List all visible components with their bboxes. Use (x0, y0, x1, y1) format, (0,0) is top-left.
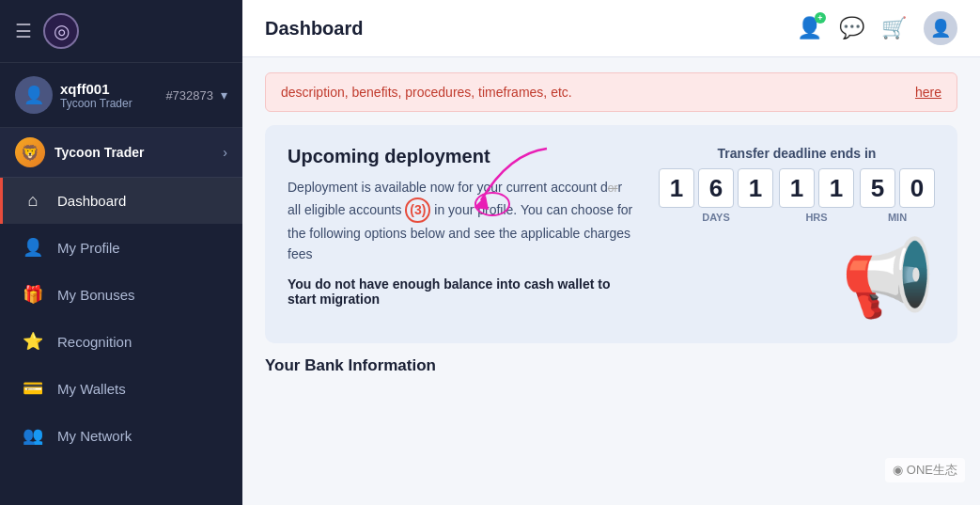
topbar: Dashboard 👤 + 💬 🛒 👤 (242, 0, 980, 57)
tycoon-banner[interactable]: 🦁 Tycoon Trader › (0, 128, 242, 178)
sidebar-item-my-bonuses[interactable]: 🎁 My Bonuses (0, 271, 242, 318)
shopping-cart-icon: 🛒 (881, 16, 907, 39)
deployment-card: Upcoming deployment Deployment is availa… (265, 125, 957, 343)
recognition-icon: ⭐ (22, 331, 44, 352)
network-icon: 👥 (22, 425, 44, 446)
countdown-day-3: 1 (738, 168, 773, 208)
content-area: description, benefits, procedures, timef… (242, 57, 980, 505)
hrs-label: HRS (805, 212, 827, 223)
deployment-left: Upcoming deployment Deployment is availa… (288, 146, 636, 307)
page-title: Dashboard (265, 18, 786, 39)
user-avatar: 👤 (15, 76, 53, 114)
profile-icon: 👤 (22, 237, 44, 258)
nav-label-my-profile: My Profile (57, 240, 120, 256)
countdown-day-2: 6 (698, 168, 734, 208)
desc-part1: Deployment is available now for your cur… (288, 180, 608, 195)
sidebar: ☰ ◎ 👤 xqff001 Tycoon Trader #732873 ▾ 🦁 … (0, 0, 242, 505)
megaphone-icon: 📢 (841, 234, 935, 323)
topbar-icons: 👤 + 💬 🛒 👤 (797, 11, 957, 45)
countdown-hr-1: 1 (779, 168, 815, 208)
countdown-days: 1 6 1 DAYS (659, 168, 773, 223)
nav-label-my-bonuses: My Bonuses (57, 287, 135, 303)
countdown-min: 5 0 MIN (860, 168, 935, 223)
countdown-hrs: 1 1 HRS (779, 168, 854, 223)
sidebar-header: ☰ ◎ (0, 0, 242, 63)
tycoon-icon: 🦁 (15, 137, 45, 167)
home-icon: ⌂ (22, 191, 44, 211)
deployment-warning: You do not have enough balance into cash… (288, 276, 636, 307)
nav-label-dashboard: Dashboard (57, 193, 126, 209)
days-label: DAYS (702, 212, 730, 223)
user-id: #732873 (165, 88, 213, 103)
countdown-min-2: 0 (899, 168, 935, 208)
wallets-icon: 💳 (22, 378, 44, 399)
alert-text: description, benefits, procedures, timef… (281, 85, 572, 100)
nav-label-my-wallets: My Wallets (57, 381, 126, 397)
desc-strikethrough: or (608, 181, 618, 195)
circled-count: (3) (405, 197, 430, 222)
countdown-hr-2: 1 (818, 168, 854, 208)
sidebar-item-my-wallets[interactable]: 💳 My Wallets (0, 365, 242, 412)
user-info-section[interactable]: 👤 xqff001 Tycoon Trader #732873 ▾ (0, 63, 242, 128)
min-label: MIN (888, 212, 907, 223)
sidebar-item-dashboard[interactable]: ⌂ Dashboard (0, 178, 242, 224)
deployment-right: Transfer deadline ends in 1 6 1 DAYS (659, 146, 935, 323)
countdown-day-1: 1 (659, 168, 694, 208)
deployment-title: Upcoming deployment (288, 146, 636, 167)
watermark: ◉ ONE生态 (885, 458, 965, 482)
transfer-deadline: Transfer deadline ends in 1 6 1 DAYS (659, 146, 935, 223)
user-details: xqff001 Tycoon Trader (60, 81, 158, 110)
alert-here-link[interactable]: here (915, 85, 941, 100)
main-content: Dashboard 👤 + 💬 🛒 👤 description, benefit… (242, 0, 980, 505)
message-icon: 💬 (839, 16, 864, 39)
countdown: 1 6 1 DAYS 1 1 HRS (659, 168, 935, 223)
bank-info-section-header: Your Bank Information (265, 356, 957, 375)
nav-label-my-network: My Network (57, 428, 132, 444)
deployment-description: Deployment is available now for your cur… (288, 177, 636, 265)
chevron-down-icon[interactable]: ▾ (221, 87, 227, 103)
tycoon-label: Tycoon Trader (54, 145, 213, 160)
hamburger-icon[interactable]: ☰ (15, 20, 32, 42)
countdown-min-1: 5 (860, 168, 895, 208)
user-role: Tycoon Trader (60, 97, 158, 110)
avatar-icon: 👤 (930, 18, 951, 39)
sidebar-item-my-profile[interactable]: 👤 My Profile (0, 224, 242, 271)
sidebar-item-my-network[interactable]: 👥 My Network (0, 412, 242, 459)
add-user-icon-container[interactable]: 👤 + (797, 16, 822, 40)
user-avatar-topbar[interactable]: 👤 (924, 11, 957, 45)
sidebar-item-recognition[interactable]: ⭐ Recognition (0, 318, 242, 365)
username: xqff001 (60, 81, 158, 97)
alert-banner: description, benefits, procedures, timef… (265, 72, 957, 112)
add-badge: + (815, 12, 826, 24)
chat-icon[interactable]: 💬 (839, 16, 864, 40)
sidebar-logo: ◎ (43, 13, 79, 49)
bonuses-icon: 🎁 (22, 284, 44, 305)
transfer-label: Transfer deadline ends in (659, 146, 935, 161)
tycoon-arrow-icon: › (223, 145, 227, 160)
megaphone-container: 📢 (841, 234, 935, 323)
nav-label-recognition: Recognition (57, 334, 132, 350)
nav-items: ⌂ Dashboard 👤 My Profile 🎁 My Bonuses ⭐ … (0, 178, 242, 505)
cart-icon[interactable]: 🛒 (881, 16, 907, 40)
